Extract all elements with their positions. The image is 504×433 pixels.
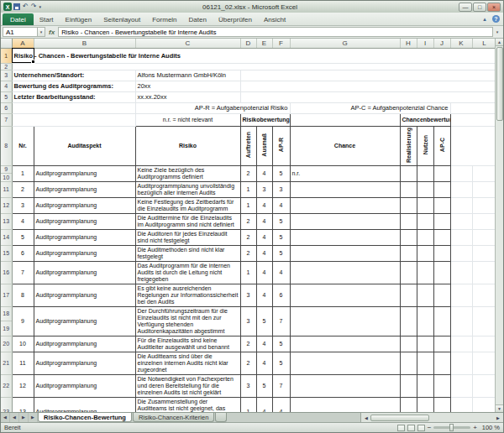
next-sheet-button[interactable]: ▶ [19,413,29,422]
cell-auftreten[interactable]: 3 [240,306,256,336]
row-number[interactable]: 6 [1,103,12,113]
cell-empty[interactable] [290,113,400,126]
cell-auditaspekt[interactable]: Auditprogrammplanung [34,284,135,306]
row-gutter[interactable]: 11 [1,181,12,197]
cell-auditaspekt[interactable]: Auditprogrammplanung [34,229,135,245]
cell-nutzen[interactable] [417,397,433,412]
name-box[interactable]: A1 [3,27,38,37]
cell-realisierung[interactable] [400,165,417,181]
cell-ausmass[interactable]: 4 [256,397,272,412]
cell-empty[interactable] [450,102,495,113]
cell-auftreten[interactable]: 2 [240,245,256,261]
cell-ausmass[interactable]: 5 [256,374,272,397]
cell-chance[interactable] [290,245,400,261]
row-number[interactable]: 1 [1,49,12,63]
previous-sheet-button[interactable]: ◀ [10,413,19,422]
cell-nutzen[interactable] [417,245,433,261]
select-all-corner[interactable] [1,39,12,48]
header-nr[interactable]: Nr. [12,126,34,165]
cell-ap-r[interactable]: 7 [272,306,290,336]
header-auftreten[interactable]: Auftreten [240,126,256,165]
cell-empty[interactable] [472,181,495,197]
cell-empty[interactable] [450,352,472,374]
cell-ap-c[interactable] [433,213,450,229]
cell-risiko[interactable]: Die Zusammenstellung der Auditteams ist … [135,397,240,412]
cell-chance[interactable] [290,352,400,374]
cell-ap-r[interactable]: 4 [272,261,290,284]
save-icon[interactable] [13,3,20,10]
cell-empty[interactable] [240,91,495,102]
normal-view-button[interactable] [397,425,405,431]
cell-risiko[interactable]: Die Notwendigkeit von Fachexperten und d… [135,374,240,397]
cell-nutzen[interactable] [417,213,433,229]
cell-nr[interactable]: 10 [12,336,34,352]
cell-nr[interactable]: 9 [12,306,34,336]
cell-empty[interactable] [472,352,495,374]
cell-risiko[interactable]: Der Durchführungszeitraum für die Einzel… [135,306,240,336]
insert-function-icon[interactable]: fx [45,29,58,36]
tab-ueberpruefen[interactable]: Überprüfen [213,14,258,25]
cell-realisierung[interactable] [400,374,417,397]
cell-empty[interactable] [450,245,472,261]
note-nicht-relevant[interactable]: n.r. = nicht relevant [135,113,240,126]
cell-empty[interactable] [450,113,495,126]
info-label-bearbeitungsstand[interactable]: Letzter Bearbeitungsstand: [12,91,135,102]
sheet-tab-risiko-chancen-kriterien[interactable]: Risiko-Chancen-Kriterien [133,413,214,422]
header-auditaspekt[interactable]: Auditaspekt [34,126,135,165]
qat-dropdown-icon[interactable]: ▾ [39,3,41,11]
cell-realisierung[interactable] [400,245,417,261]
zoom-level[interactable]: 100 % [480,424,500,431]
cell-realisierung[interactable] [400,229,417,245]
cell-realisierung[interactable] [400,213,417,229]
cell-empty[interactable] [240,70,495,81]
cell-nr[interactable]: 3 [12,197,34,213]
row-gutter[interactable]: 7 [1,113,12,126]
cell-chance[interactable]: n.r. [290,165,400,181]
minimize-button[interactable]: — [459,3,472,12]
column-header-d[interactable]: D [240,39,256,48]
cell-ap-r[interactable]: 5 [272,229,290,245]
row-gutter[interactable]: 21 [1,352,12,374]
cell-ausmass[interactable]: 4 [256,197,272,213]
cell-auftreten[interactable]: 2 [240,229,256,245]
cell-ausmass[interactable]: 3 [256,181,272,197]
cell-empty[interactable] [472,213,495,229]
cell-auftreten[interactable]: 1 [240,261,256,284]
cell-ausmass[interactable]: 4 [256,165,272,181]
row-number[interactable]: 10 [1,173,12,181]
cell-realisierung[interactable] [400,197,417,213]
cell-auditaspekt[interactable]: Auditprogrammplanung [34,374,135,397]
cell-risiko[interactable]: Die Audittermine für die Einzelaudits im… [135,213,240,229]
cell-nr[interactable]: 7 [12,261,34,284]
row-gutter[interactable]: 1 [1,48,12,63]
row-number[interactable]: 5 [1,92,12,102]
column-header-i[interactable]: I [417,39,433,48]
row-gutter[interactable]: 910 [1,165,12,181]
cell-risiko[interactable]: Auditprogrammplanung unvollständig bezüg… [135,181,240,197]
column-header-c[interactable]: C [135,39,240,48]
horizontal-scroll-thumb[interactable] [370,415,429,421]
cell-nutzen[interactable] [417,229,433,245]
cell-chance[interactable] [290,397,400,412]
horizontal-scroll-track[interactable] [370,414,494,421]
formula-input[interactable]: Risiko - Chancen - Bewertungstabelle für… [58,27,493,37]
cell-ap-r[interactable]: 6 [272,284,290,306]
cell-auftreten[interactable]: 2 [240,165,256,181]
row-number[interactable]: 22 [1,375,12,397]
ribbon-expand-icon[interactable]: ▴ [480,16,489,23]
cell-empty[interactable] [472,165,495,181]
cell-nutzen[interactable] [417,261,433,284]
cell-ap-r[interactable]: 4 [272,397,290,412]
column-header-h[interactable]: H [400,39,417,48]
cell-ap-c[interactable] [433,245,450,261]
cell-nutzen[interactable] [417,336,433,352]
row-gutter[interactable]: 14 [1,229,12,245]
cell-empty[interactable] [472,197,495,213]
info-value-bearbeitungsstand[interactable]: xx.xx.20xx [135,91,240,102]
cell-empty[interactable] [450,213,472,229]
row-number[interactable]: 7 [1,114,12,126]
maximize-button[interactable]: □ [473,3,486,12]
row-number[interactable]: 17 [1,284,12,306]
row-gutter[interactable]: 12 [1,197,12,213]
column-header-l[interactable]: L [472,39,495,48]
